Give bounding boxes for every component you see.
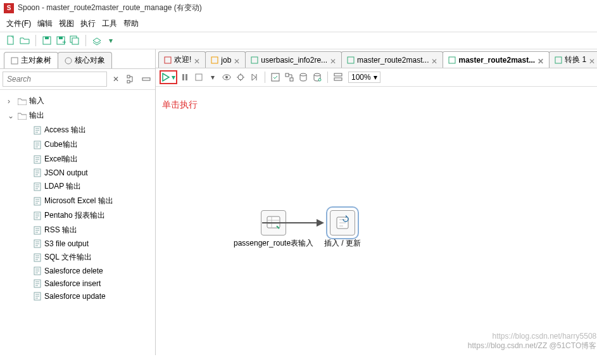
- close-tab-icon[interactable]: ✕: [431, 57, 437, 63]
- search-row: ✕: [0, 69, 155, 90]
- watermark-line: https://blog.csdn.net/ZZ @51CTO博客: [468, 341, 596, 351]
- tree-item[interactable]: Salesforce insert: [0, 277, 155, 290]
- svg-rect-2: [45, 37, 49, 39]
- svg-rect-10: [127, 75, 130, 78]
- svg-rect-11: [127, 80, 130, 83]
- verify-icon[interactable]: [269, 71, 282, 84]
- tree-item-label: JSON output: [44, 168, 88, 177]
- app-logo-icon: S: [4, 3, 14, 13]
- document-tab[interactable]: userbasic_info2re...✕: [245, 51, 342, 68]
- svg-rect-32: [182, 74, 184, 80]
- sql-icon[interactable]: [297, 71, 310, 84]
- run-button[interactable]: ▾: [160, 70, 177, 84]
- document-tab[interactable]: master_route2mast...✕: [443, 51, 550, 68]
- menu-help[interactable]: 帮助: [123, 18, 139, 29]
- tree-label: 输入: [29, 96, 44, 106]
- menu-file[interactable]: 文件(F): [6, 18, 31, 29]
- svg-rect-44: [334, 73, 342, 76]
- svg-point-9: [65, 58, 72, 64]
- save-as-icon[interactable]: +: [55, 35, 66, 46]
- hop-line[interactable]: [262, 222, 318, 223]
- step-insert-update[interactable]: 插入 / 更新: [324, 210, 361, 249]
- tree-item[interactable]: Excel输出: [0, 152, 155, 166]
- step-table-input[interactable]: passenger_route表输入: [234, 210, 313, 249]
- document-tab[interactable]: job✕: [205, 51, 246, 68]
- open-icon[interactable]: [19, 35, 30, 46]
- expand-all-icon[interactable]: [125, 73, 137, 85]
- svg-text:+: +: [62, 38, 66, 46]
- step-label: passenger_route表输入: [234, 238, 313, 249]
- tab-type-icon: [555, 56, 562, 64]
- svg-point-43: [318, 78, 321, 81]
- new-file-icon[interactable]: [5, 35, 16, 46]
- step-icon: [33, 267, 42, 275]
- document-tab[interactable]: 欢迎!✕: [158, 51, 206, 68]
- tree-item-label: Cube输出: [44, 139, 78, 150]
- main-area: 主对象树 核心对象 ✕ › 输入 ⌄ 输出 Access 输出: [0, 49, 597, 355]
- save-all-icon[interactable]: [69, 35, 80, 46]
- step-icon: [33, 211, 42, 220]
- sidebar-tabs: 主对象树 核心对象: [0, 49, 155, 69]
- stop-icon[interactable]: [192, 71, 205, 84]
- tree-item[interactable]: SQL 文件输出: [0, 250, 155, 265]
- dropdown-icon[interactable]: ▾: [105, 35, 116, 46]
- document-tab[interactable]: master_route2mast...✕: [341, 51, 443, 68]
- tree-item-label: Salesforce insert: [44, 279, 101, 288]
- svg-rect-29: [348, 57, 354, 63]
- close-tab-icon[interactable]: ✕: [537, 57, 544, 63]
- zoom-selector[interactable]: 100% ▾: [348, 72, 380, 83]
- close-tab-icon[interactable]: ✕: [589, 57, 595, 63]
- close-tab-icon[interactable]: ✕: [330, 57, 336, 63]
- impact-icon[interactable]: [283, 71, 296, 84]
- save-icon[interactable]: [41, 35, 53, 46]
- menu-edit[interactable]: 编辑: [37, 18, 53, 29]
- zoom-value: 100%: [351, 73, 371, 82]
- sidebar-tab-main[interactable]: 主对象树: [4, 52, 58, 68]
- tree-item-label: Salesforce update: [44, 292, 106, 301]
- document-tab[interactable]: 转换 1✕: [549, 51, 597, 68]
- replay-icon[interactable]: [248, 71, 261, 84]
- svg-point-36: [225, 76, 228, 78]
- menu-tools[interactable]: 工具: [102, 18, 117, 29]
- search-input[interactable]: [3, 72, 107, 87]
- close-tab-icon[interactable]: ✕: [194, 57, 200, 63]
- close-tab-icon[interactable]: ✕: [234, 57, 240, 63]
- clear-search-icon[interactable]: ✕: [110, 73, 122, 85]
- tree-item-label: Excel输出: [44, 154, 78, 165]
- tree-folder-output[interactable]: ⌄ 输出: [0, 108, 155, 123]
- tree-item-label: Access 输出: [44, 125, 86, 135]
- tree-item[interactable]: Cube输出: [0, 137, 155, 152]
- debug-icon[interactable]: [234, 71, 247, 84]
- show-results-icon[interactable]: [332, 71, 344, 84]
- explore-icon[interactable]: [311, 71, 324, 84]
- sidebar-tab-core[interactable]: 核心对象: [58, 52, 112, 68]
- tree-item[interactable]: Access 输出: [0, 123, 155, 137]
- menu-view[interactable]: 视图: [59, 18, 74, 29]
- svg-rect-26: [165, 57, 171, 63]
- tree-item[interactable]: Pentaho 报表输出: [0, 208, 155, 223]
- canvas[interactable]: 单击执行 passenger_route表输入 插入 / 更新 https://…: [156, 87, 597, 355]
- watermark-line: https://blog.csdn.net/harry5508: [468, 332, 596, 341]
- tree-item-label: SQL 文件输出: [44, 252, 92, 263]
- title-bar: S Spoon - master_route2master_route_mana…: [0, 0, 597, 16]
- preview-icon[interactable]: [220, 71, 233, 84]
- menu-run[interactable]: 执行: [80, 18, 96, 29]
- tree-item[interactable]: LDAP 输出: [0, 179, 155, 194]
- tree-item-label: LDAP 输出: [44, 181, 81, 192]
- tree-item[interactable]: Salesforce update: [0, 290, 155, 303]
- tree-item[interactable]: JSON output: [0, 166, 155, 179]
- tree-item[interactable]: Salesforce delete: [0, 265, 155, 277]
- play-icon: [161, 73, 170, 82]
- tree-item[interactable]: S3 file output: [0, 237, 155, 250]
- tree-label: 输出: [29, 110, 44, 121]
- svg-rect-34: [196, 74, 202, 80]
- collapse-all-icon[interactable]: [140, 73, 153, 85]
- tree-item-label: S3 file output: [44, 239, 89, 248]
- tree-item-label: Pentaho 报表输出: [44, 210, 105, 221]
- dropdown-icon[interactable]: ▾: [206, 71, 219, 84]
- pause-icon[interactable]: [179, 71, 191, 84]
- tree-folder-input[interactable]: › 输入: [0, 94, 155, 108]
- tree-item[interactable]: Microsoft Excel 输出: [0, 194, 155, 208]
- tree-item[interactable]: RSS 输出: [0, 223, 155, 237]
- perspective-icon[interactable]: [91, 35, 103, 46]
